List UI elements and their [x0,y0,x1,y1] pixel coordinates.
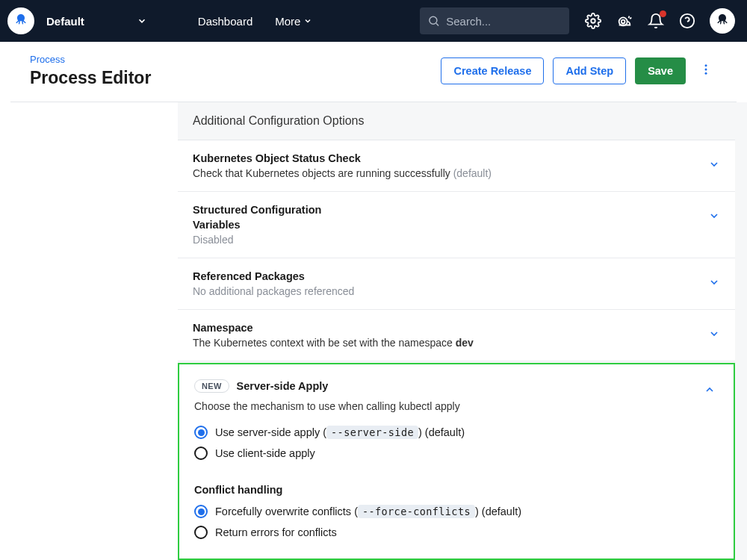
panel-title: Kubernetes Object Status Check [193,152,708,164]
conflict-heading: Conflict handling [179,479,734,505]
radio-icon [194,505,208,518]
top-bar: Default Dashboard More [0,0,747,42]
radio-server-side[interactable]: Use server-side apply (--server-side) (d… [194,426,719,439]
panel-desc: Disabled [193,234,708,246]
section-heading: Additional Configuration Options [178,102,735,140]
chevron-down-icon [708,158,720,170]
space-name: Default [46,15,84,28]
panel-title: Referenced Packages [193,270,708,282]
nav-more[interactable]: More [275,15,312,28]
svg-point-7 [705,64,707,66]
sidebar [0,102,178,560]
gear-icon [585,13,601,29]
chevron-up-icon[interactable] [704,384,716,396]
chevron-down-icon [137,16,147,26]
panel-ref-packages[interactable]: Referenced Packages No additional packag… [178,258,735,310]
panel-title-line2: Variables [193,219,708,231]
svg-point-2 [591,19,595,23]
page-header: Process Process Editor Create Release Ad… [10,42,737,102]
svg-point-8 [705,68,707,70]
radio-icon [194,526,208,539]
radio-force-conflicts[interactable]: Forcefully overwrite conflicts (--force-… [194,505,719,518]
create-release-button[interactable]: Create Release [441,57,544,84]
svg-line-1 [436,23,438,25]
snail-button[interactable] [616,12,633,30]
panel-structured-vars[interactable]: Structured Configuration Variables Disab… [178,192,735,258]
app-logo[interactable] [7,7,34,34]
page-title: Process Editor [30,68,441,88]
new-badge: NEW [194,379,229,393]
nav-dashboard[interactable]: Dashboard [198,15,252,28]
settings-button[interactable] [584,12,602,30]
save-button[interactable]: Save [635,57,686,84]
overflow-menu[interactable] [695,63,717,80]
chevron-down-icon [708,328,720,340]
chevron-down-icon [708,210,720,222]
svg-point-0 [430,16,437,24]
radio-icon [194,426,208,439]
help-button[interactable] [678,12,696,30]
breadcrumb[interactable]: Process [30,54,441,65]
search-icon [427,13,440,28]
panel-title: Structured Configuration [193,204,708,216]
apply-mode-group: Use server-side apply (--server-side) (d… [179,426,734,479]
avatar[interactable] [710,8,735,34]
panel-server-side-apply: NEW Server-side Apply Choose the mechani… [178,363,735,560]
notifications-button[interactable] [647,12,665,30]
space-selector[interactable]: Default [42,15,161,28]
main-column: Additional Configuration Options Kuberne… [178,102,747,560]
more-vertical-icon [699,63,713,76]
search-input[interactable] [446,15,562,28]
panel-namespace[interactable]: Namespace The Kubernetes context with be… [178,310,735,361]
chevron-down-icon [303,16,312,25]
add-step-button[interactable]: Add Step [553,57,626,84]
svg-point-4 [622,20,625,24]
radio-return-errors[interactable]: Return errors for conflicts [194,526,719,539]
chevron-down-icon [708,276,720,288]
top-icons [584,8,740,34]
panel-title: Namespace [193,322,708,334]
panel-desc: No additional packages referenced [193,285,708,297]
panel-desc: The Kubernetes context with be set with … [193,337,708,349]
radio-client-side[interactable]: Use client-side apply [194,447,719,460]
panel-desc: Choose the mechanism to use when calling… [179,400,734,426]
help-icon [679,13,695,29]
nav-links: Dashboard More [198,15,313,28]
conflict-group: Forcefully overwrite conflicts (--force-… [179,505,734,559]
panel-k8s-status[interactable]: Kubernetes Object Status Check Check tha… [178,140,735,192]
radio-icon [194,447,208,460]
search-box[interactable] [420,7,569,34]
svg-point-9 [705,72,707,74]
panel-desc: Check that Kubernetes objects are runnin… [193,167,708,179]
content: Additional Configuration Options Kuberne… [0,102,747,560]
panel-title: Server-side Apply [237,380,329,392]
notification-badge [660,10,666,17]
snail-icon [616,13,633,29]
